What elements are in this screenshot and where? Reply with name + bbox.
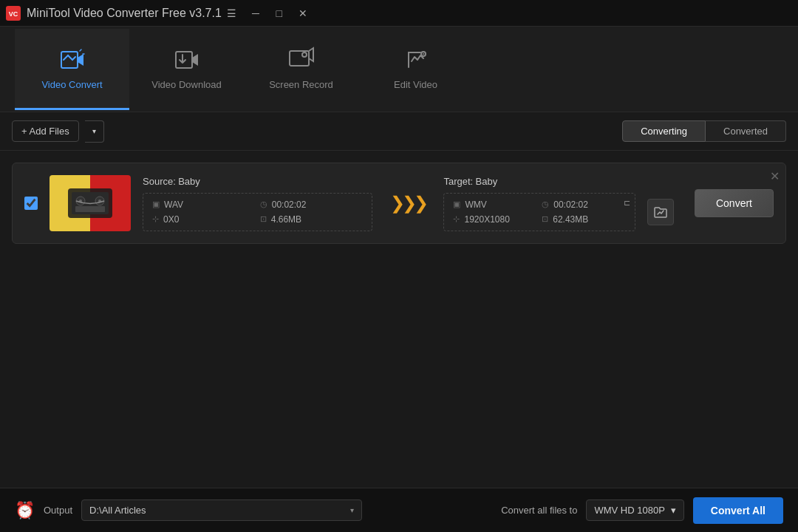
nav-tab-video-download[interactable]: Video Download — [129, 29, 244, 110]
size-icon: ⊡ — [260, 214, 267, 224]
nav-tab-video-convert[interactable]: Video Convert — [15, 29, 129, 110]
svg-rect-3 — [176, 52, 192, 68]
source-size-item: ⊡ 4.66MB — [260, 214, 364, 225]
convert-button[interactable]: Convert — [695, 189, 774, 217]
format-icon: ▣ — [152, 200, 160, 209]
tab-switcher: Converting Converted — [622, 120, 786, 142]
file-card-close-button[interactable]: ✕ — [770, 169, 780, 183]
nav-tab-screen-record[interactable]: Screen Record — [244, 29, 358, 110]
window-controls: ☰ ─ □ ✕ — [222, 6, 313, 21]
menu-button[interactable]: ☰ — [222, 6, 242, 21]
source-resolution: 0X0 — [163, 214, 179, 225]
titlebar: VC MiniTool Video Converter Free v3.7.1 … — [0, 0, 798, 27]
target-size-icon: ⊡ — [542, 214, 548, 224]
file-thumbnail — [50, 175, 131, 231]
target-edit-button[interactable]: ⊏ — [624, 198, 630, 208]
nav-tab-video-convert-label: Video Convert — [41, 79, 102, 90]
footer: ⏰ Output D:\All Articles ▾ Convert all f… — [0, 488, 798, 532]
add-files-button[interactable]: + Add Files — [12, 120, 79, 142]
target-size: 62.43MB — [553, 214, 588, 225]
target-duration: 00:02:02 — [553, 200, 588, 210]
source-format-item: ▣ WAV — [152, 200, 256, 210]
target-resolution: 1920X1080 — [464, 214, 509, 225]
file-target: Target: Baby ▣ WMV ◷ 00:02:02 ⊹ 1920X108… — [443, 176, 673, 231]
source-header: Source: Baby — [143, 176, 372, 187]
target-format: WMV — [465, 200, 486, 210]
nav-bar: Video Convert Video Download Screen Reco… — [0, 27, 798, 112]
nav-tab-video-download-label: Video Download — [151, 79, 221, 90]
output-chevron-icon: ▾ — [350, 506, 354, 514]
target-format-item: ▣ WMV — [453, 200, 537, 210]
resolution-icon: ⊹ — [152, 214, 159, 224]
convert-all-format-selector[interactable]: WMV HD 1080P ▾ — [586, 499, 683, 521]
file-checkbox[interactable] — [24, 197, 38, 210]
toolbar: + Add Files ▾ Converting Converted — [0, 112, 798, 151]
content-area: Source: Baby ▣ WAV ◷ 00:02:02 ⊹ 0X0 ⊡ — [0, 151, 798, 488]
target-size-item: ⊡ 62.43MB — [542, 214, 626, 225]
source-duration: 00:02:02 — [272, 200, 307, 210]
target-folder-button[interactable] — [647, 199, 674, 225]
source-resolution-item: ⊹ 0X0 — [152, 214, 256, 225]
svg-text:VC: VC — [9, 10, 18, 18]
svg-point-6 — [303, 53, 306, 56]
target-info-grid: ▣ WMV ◷ 00:02:02 ⊹ 1920X1080 ⊡ 62.43MB — [443, 193, 635, 231]
svg-rect-17 — [75, 206, 105, 212]
add-files-dropdown-button[interactable]: ▾ — [85, 120, 104, 143]
source-duration-item: ◷ 00:02:02 — [260, 200, 364, 210]
nav-tab-screen-record-label: Screen Record — [269, 79, 333, 90]
arrows-section: ❯❯❯ — [384, 193, 432, 214]
output-path-selector[interactable]: D:\All Articles ▾ — [81, 499, 362, 521]
target-duration-item: ◷ 00:02:02 — [542, 200, 626, 210]
converted-tab[interactable]: Converted — [706, 120, 786, 142]
clock-icon: ◷ — [260, 200, 267, 209]
file-card: Source: Baby ▣ WAV ◷ 00:02:02 ⊹ 0X0 ⊡ — [12, 163, 786, 244]
target-resolution-icon: ⊹ — [453, 214, 460, 224]
output-label: Output — [44, 505, 72, 516]
svg-point-8 — [423, 53, 424, 55]
nav-tab-edit-video-label: Edit Video — [394, 79, 437, 90]
target-clock-icon: ◷ — [542, 200, 549, 209]
convert-all-to-label: Convert all files to — [501, 505, 577, 516]
close-button[interactable]: ✕ — [293, 6, 313, 21]
target-format-icon: ▣ — [453, 200, 460, 209]
file-source: Source: Baby ▣ WAV ◷ 00:02:02 ⊹ 0X0 ⊡ — [143, 176, 372, 231]
source-info-grid: ▣ WAV ◷ 00:02:02 ⊹ 0X0 ⊡ 4.66MB — [143, 193, 372, 231]
maximize-button[interactable]: □ — [269, 6, 290, 21]
source-size: 4.66MB — [271, 214, 301, 225]
convert-all-button[interactable]: Convert All — [693, 497, 783, 524]
convert-arrows: ❯❯❯ — [390, 193, 426, 214]
minimize-button[interactable]: ─ — [245, 6, 266, 21]
nav-tab-edit-video[interactable]: Edit Video — [358, 29, 473, 110]
app-title: MiniTool Video Converter Free v3.7.1 — [27, 7, 222, 20]
converting-tab[interactable]: Converting — [622, 120, 706, 142]
app-logo: VC — [6, 6, 21, 21]
add-files-label: + Add Files — [21, 126, 69, 137]
format-chevron-icon: ▾ — [671, 505, 676, 516]
target-resolution-item: ⊹ 1920X1080 — [453, 214, 537, 225]
source-format: WAV — [164, 200, 183, 210]
target-header: Target: Baby — [443, 176, 673, 187]
clock-icon: ⏰ — [15, 501, 35, 520]
